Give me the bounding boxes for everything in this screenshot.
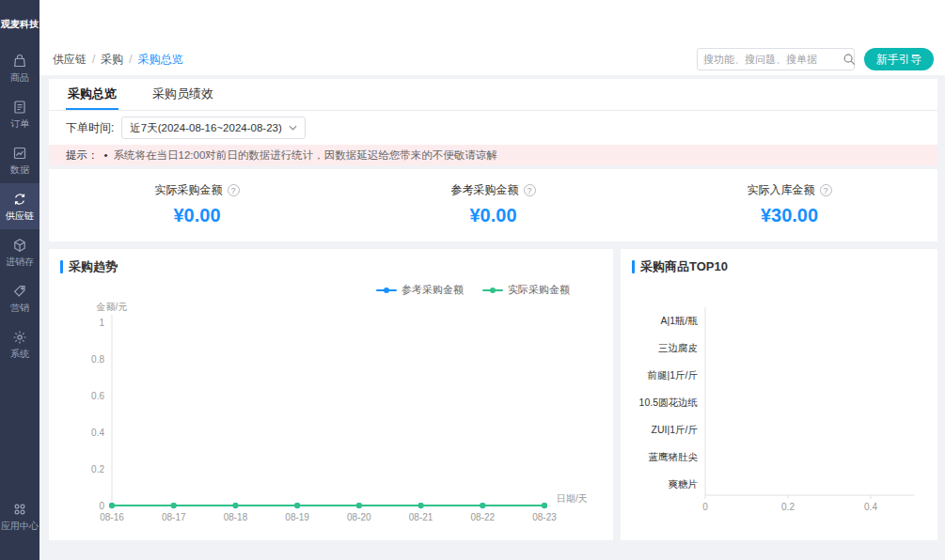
- svg-text:10.5圆花边纸: 10.5圆花边纸: [639, 397, 698, 408]
- sidebar-item-data[interactable]: 数据: [0, 137, 39, 183]
- sidebar-item-label: 数据: [10, 164, 29, 175]
- content-area: 采购总览 采购员绩效 下单时间: 近7天(2024-08-16~2024-08-…: [39, 75, 945, 560]
- sidebar-item-system[interactable]: 系统: [0, 321, 39, 367]
- tab-buyer-performance[interactable]: 采购员绩效: [150, 79, 215, 110]
- svg-text:前腿|1斤/斤: 前腿|1斤/斤: [648, 369, 699, 381]
- tab-purchase-overview[interactable]: 采购总览: [66, 79, 118, 110]
- breadcrumb: 供应链 / 采购 / 采购总览: [53, 52, 183, 68]
- sidebar-item-goods[interactable]: 商品: [0, 45, 39, 91]
- breadcrumb-separator: /: [129, 53, 132, 66]
- top10-panel: 采购商品TOP10 A|1瓶/瓶三边腐皮前腿|1斤/斤10.5圆花边纸ZUI|1…: [621, 249, 937, 540]
- legend-marker-icon: [482, 287, 503, 294]
- sidebar-item-label: 商品: [10, 72, 29, 83]
- svg-text:08-20: 08-20: [347, 512, 371, 522]
- svg-text:金额/元: 金额/元: [96, 302, 128, 312]
- notice-bullet: •: [104, 149, 108, 161]
- svg-text:08-22: 08-22: [470, 512, 495, 522]
- search-icon[interactable]: [843, 53, 856, 66]
- sidebar-item-label: 营销: [10, 303, 29, 313]
- stat-value: ¥0.00: [49, 205, 345, 226]
- sidebar-item-label: 应用中心: [1, 521, 39, 531]
- svg-text:1: 1: [99, 318, 104, 328]
- search-input[interactable]: [698, 54, 843, 65]
- stat-label: 参考采购金额: [451, 182, 519, 198]
- help-icon[interactable]: ?: [524, 184, 536, 196]
- sidebar-item-orders[interactable]: 订单: [0, 91, 39, 137]
- breadcrumb-current: 采购总览: [138, 52, 183, 68]
- title-accent-bar: [632, 260, 635, 273]
- svg-text:0.4: 0.4: [91, 428, 104, 438]
- svg-text:08-23: 08-23: [532, 512, 557, 522]
- notice-banner: 提示： • 系统将在当日12:00对前日的数据进行统计，因数据延迟给您带来的不便…: [49, 145, 937, 165]
- goods-icon: [11, 53, 28, 70]
- guide-button[interactable]: 新手引导: [864, 48, 934, 70]
- app-window: 观麦科技 商品 订单 数据 供应链 进销存: [0, 0, 945, 560]
- sidebar-item-label: 进销存: [6, 257, 34, 267]
- orders-icon: [11, 99, 28, 116]
- svg-text:A|1瓶/瓶: A|1瓶/瓶: [661, 315, 699, 326]
- svg-text:08-19: 08-19: [285, 512, 309, 522]
- svg-text:日期/天: 日期/天: [557, 493, 588, 504]
- sidebar-item-supply-chain[interactable]: 供应链: [0, 183, 39, 229]
- order-time-label: 下单时间:: [66, 120, 114, 136]
- svg-text:0: 0: [702, 502, 708, 512]
- svg-text:0.6: 0.6: [91, 391, 104, 401]
- title-accent-bar: [60, 260, 63, 273]
- svg-text:08-16: 08-16: [100, 512, 124, 522]
- sidebar-item-inventory[interactable]: 进销存: [0, 229, 39, 275]
- stat-value: ¥30.00: [641, 205, 937, 226]
- chevron-down-icon: [289, 125, 297, 131]
- breadcrumb-purchase[interactable]: 采购: [101, 52, 123, 68]
- svg-text:0.2: 0.2: [781, 502, 795, 512]
- help-icon[interactable]: ?: [228, 184, 240, 196]
- order-time-value: 近7天(2024-08-16~2024-08-23): [130, 121, 281, 135]
- svg-text:0.8: 0.8: [91, 354, 104, 365]
- sidebar-item-label: 供应链: [6, 210, 34, 221]
- stat-label: 实际入库金额: [748, 182, 815, 198]
- legend-item-actual[interactable]: 实际采购金额: [482, 283, 570, 297]
- stat-label: 实际采购金额: [155, 182, 223, 198]
- breadcrumb-separator: /: [92, 53, 95, 66]
- help-icon[interactable]: ?: [820, 184, 832, 196]
- stats-row: 实际采购金额? ¥0.00 参考采购金额? ¥0.00 实际入库金额? ¥30.…: [49, 169, 937, 241]
- stat-actual-inbound: 实际入库金额? ¥30.00: [641, 182, 937, 226]
- panel-title-trend: 采购趋势: [60, 258, 602, 275]
- stat-reference-purchase: 参考采购金额? ¥0.00: [345, 182, 641, 226]
- panel-title-top10: 采购商品TOP10: [632, 258, 926, 275]
- svg-text:08-18: 08-18: [224, 512, 248, 522]
- sidebar-item-label: 订单: [10, 118, 29, 129]
- purchase-trend-panel: 采购趋势 参考采购金额 实际采购金额 金额/元00.20.40.60.8108-…: [49, 249, 613, 540]
- breadcrumb-supply-chain[interactable]: 供应链: [53, 52, 87, 68]
- inventory-icon: [11, 237, 28, 254]
- supply-chain-icon: [11, 191, 28, 208]
- legend-marker-icon: [376, 287, 397, 294]
- sidebar-item-marketing[interactable]: 营销: [0, 275, 39, 321]
- top-whitespace: [39, 0, 945, 43]
- top10-bar-chart: A|1瓶/瓶三边腐皮前腿|1斤/斤10.5圆花边纸ZUI|1斤/斤蓝鹰猪肚尖爽糖…: [632, 283, 926, 516]
- sidebar: 观麦科技 商品 订单 数据 供应链 进销存: [0, 0, 39, 560]
- marketing-icon: [11, 283, 28, 300]
- data-icon: [11, 145, 28, 162]
- svg-text:蓝鹰猪肚尖: 蓝鹰猪肚尖: [649, 451, 699, 462]
- filter-row: 下单时间: 近7天(2024-08-16~2024-08-23): [49, 111, 937, 145]
- app-logo: 观麦科技: [1, 19, 39, 30]
- tab-bar: 采购总览 采购员绩效: [49, 79, 937, 111]
- svg-text:0.4: 0.4: [864, 502, 877, 512]
- app-center-icon: [11, 501, 28, 518]
- svg-text:0: 0: [99, 501, 104, 511]
- svg-text:ZUI|1斤/斤: ZUI|1斤/斤: [652, 424, 699, 435]
- svg-text:0.2: 0.2: [91, 464, 104, 474]
- stat-actual-purchase: 实际采购金额? ¥0.00: [49, 182, 345, 226]
- notice-label: 提示：: [66, 148, 99, 163]
- stat-value: ¥0.00: [345, 205, 641, 226]
- order-time-select[interactable]: 近7天(2024-08-16~2024-08-23): [121, 117, 305, 139]
- legend-item-reference[interactable]: 参考采购金额: [376, 283, 464, 297]
- purchase-trend-chart: 金额/元00.20.40.60.8108-1608-1708-1808-1908…: [60, 301, 602, 534]
- svg-text:08-17: 08-17: [162, 512, 186, 522]
- sidebar-item-label: 系统: [10, 349, 29, 359]
- sidebar-item-app-center[interactable]: 应用中心: [0, 493, 39, 539]
- svg-text:爽糖片: 爽糖片: [669, 478, 699, 490]
- legend-label: 实际采购金额: [508, 283, 570, 297]
- system-icon: [11, 329, 28, 346]
- sidebar-nav: 商品 订单 数据 供应链 进销存 营销: [0, 45, 39, 367]
